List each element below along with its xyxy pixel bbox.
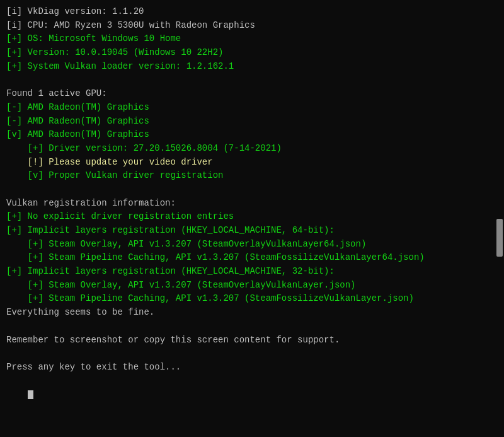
terminal-line: [+] Driver version: 27.20.15026.8004 (7-…: [6, 142, 498, 156]
terminal-line: [-] AMD Radeon(TM) Graphics: [6, 115, 498, 129]
terminal-line: [-] AMD Radeon(TM) Graphics: [6, 101, 498, 115]
terminal-line: [i] CPU: AMD Ryzen 3 5300U with Radeon G…: [6, 19, 498, 33]
terminal-line: [+] Steam Pipeline Caching, API v1.3.207…: [6, 251, 498, 265]
terminal-line: [+] OS: Microsoft Windows 10 Home: [6, 32, 498, 46]
terminal-line: [+] Steam Pipeline Caching, API v1.3.207…: [6, 292, 498, 306]
terminal-line: [+] Steam Overlay, API v1.3.207 (SteamOv…: [6, 279, 498, 293]
terminal-line: [+] Steam Overlay, API v1.3.207 (SteamOv…: [6, 238, 498, 252]
cursor: [28, 390, 33, 399]
terminal-spacer: [6, 73, 498, 87]
terminal-line: [i] VkDiag version: 1.1.20: [6, 5, 498, 19]
terminal-spacer: [6, 347, 498, 361]
terminal-line: [+] Implicit layers registration (HKEY_L…: [6, 265, 498, 279]
terminal-line: [+] Version: 10.0.19045 (Windows 10 22H2…: [6, 46, 498, 60]
terminal-line: [+] No explicit driver registration entr…: [6, 210, 498, 224]
terminal-spacer: [6, 320, 498, 334]
cursor-line: [6, 375, 498, 416]
terminal-line: [v] Proper Vulkan driver registration: [6, 169, 498, 183]
terminal-line: Press any key to exit the tool...: [6, 361, 498, 375]
terminal-line: Vulkan registration information:: [6, 197, 498, 211]
terminal-line: Everything seems to be fine.: [6, 306, 498, 320]
terminal-output: [i] VkDiag version: 1.1.20[i] CPU: AMD R…: [6, 5, 498, 375]
terminal-line: [+] System Vulkan loader version: 1.2.16…: [6, 60, 498, 74]
terminal-line: Found 1 active GPU:: [6, 87, 498, 101]
scrollbar[interactable]: [496, 219, 503, 257]
terminal-spacer: [6, 183, 498, 197]
terminal-line: [!] Please update your video driver: [6, 156, 498, 170]
terminal-line: Remember to screenshot or copy this scre…: [6, 334, 498, 347]
terminal-line: [+] Implicit layers registration (HKEY_L…: [6, 224, 498, 238]
terminal-line: [v] AMD Radeon(TM) Graphics: [6, 128, 498, 142]
terminal-window: [i] VkDiag version: 1.1.20[i] CPU: AMD R…: [0, 0, 504, 437]
